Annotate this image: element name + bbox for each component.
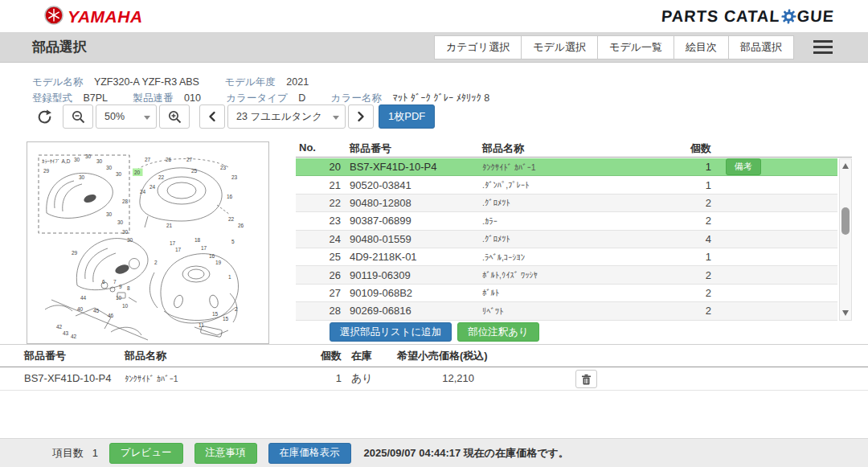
diagram-callout[interactable]: 22 (158, 174, 165, 180)
diagram-callout[interactable]: 15 (212, 311, 219, 317)
diagram-callout[interactable]: 8 (127, 285, 130, 291)
table-row[interactable]: 254D9-2118K-01.ﾗﾍﾞﾙ,ｺｰｼﾖﾝ1 (296, 248, 837, 266)
row-no: 20 (296, 161, 346, 173)
notes-button[interactable]: 注意事項 (194, 443, 257, 464)
diagram-callout[interactable]: 40 (77, 306, 84, 312)
diagram-callout[interactable]: 30 (106, 165, 113, 170)
diagram-callout[interactable]: 5 (231, 239, 235, 244)
stock-price-display-button[interactable]: 在庫価格表示 (268, 443, 351, 464)
diagram-callout[interactable]: 10 (116, 295, 122, 301)
pdf-button[interactable]: 1枚PDF (379, 104, 435, 129)
zoom-out-button[interactable] (63, 104, 93, 129)
row-no: 22 (296, 197, 346, 209)
table-row[interactable]: 20BS7-XF41D-10-P4ﾀﾝｸｻｲﾄﾞ ｶﾊﾞｰ11備考 (296, 158, 837, 176)
col-price: 希望小売価格(税込) (397, 345, 488, 367)
diagram-callout[interactable]: 42 (56, 324, 63, 330)
refresh-button[interactable] (34, 104, 55, 129)
diagram-callout[interactable]: 10 (122, 303, 129, 309)
diagram-callout[interactable]: 19 (215, 260, 222, 265)
diagram-callout[interactable]: 30 (74, 157, 80, 162)
diagram-callout[interactable]: 7 (113, 279, 117, 285)
diagram-callout[interactable]: 44 (80, 295, 87, 301)
diagram-callout[interactable]: 16 (209, 253, 215, 259)
scroll-up-icon[interactable] (842, 163, 849, 169)
table-row[interactable]: 2790109-068B2ﾎﾞﾙﾄ2 (296, 285, 837, 302)
table-row[interactable]: 2290480-12808.ｸﾞﾛﾒﾂﾄ2 (296, 195, 837, 212)
nav-figure-index[interactable]: 絵目次 (674, 35, 729, 59)
diagram-callout[interactable]: 15 (223, 316, 229, 322)
diagram-callout[interactable]: 23 (231, 174, 238, 180)
table-row[interactable]: 2390387-06899.ｶﾗｰ2 (296, 212, 837, 230)
diagram-callout[interactable]: 42 (71, 334, 77, 339)
diagram-callout[interactable]: 20 (134, 170, 141, 175)
diagram-callout[interactable]: 27 (186, 157, 193, 162)
product-seq-label: 製品連番 (133, 92, 174, 104)
table-row[interactable]: 2690119-06309ﾎﾞﾙﾄ,ｳｲｽﾞ ﾜｯｼﾔ2 (296, 266, 837, 284)
diagram-callout[interactable]: 23 (220, 165, 227, 170)
diagram-callout[interactable]: 2 (154, 260, 158, 265)
diagram-callout[interactable]: 30 (96, 158, 103, 164)
color-type-value: D (298, 92, 305, 104)
zoom-in-button[interactable] (159, 104, 190, 129)
selected-part-stock: あり (351, 367, 373, 390)
nav-model-select[interactable]: モデル選択 (521, 35, 598, 59)
diagram-callout[interactable]: 30 (116, 171, 122, 177)
diagram-callout[interactable]: 1 (228, 274, 231, 280)
diagram-callout[interactable]: 24 (140, 189, 146, 195)
diagram-callout[interactable]: 17 (201, 245, 207, 251)
col-stock: 在庫 (351, 345, 372, 367)
diagram-callout[interactable]: 30 (79, 174, 85, 180)
table-row[interactable]: 2190520-03841.ﾀﾞﾝﾊﾟ,ﾌﾟﾚｰﾄ1 (296, 176, 837, 194)
diagram-callout[interactable]: 6 (102, 279, 105, 285)
diagram-callout[interactable]: 18 (194, 237, 201, 243)
diagram-callout[interactable]: 43 (63, 330, 69, 336)
diagram-callout[interactable]: 45 (93, 308, 100, 313)
diagram-callout[interactable]: 30 (127, 237, 133, 243)
diagram-callout[interactable]: 9 (119, 284, 122, 289)
delete-row-button[interactable] (575, 370, 597, 388)
diagram-callout[interactable]: 17 (170, 240, 176, 246)
part-annotation-button[interactable]: 部位注釈あり (457, 322, 539, 342)
table-row[interactable]: 2490480-01559.ｸﾞﾛﾒﾂﾄ4 (296, 231, 837, 248)
diagram-callout[interactable]: 29 (72, 250, 78, 256)
diagram-callout[interactable]: 46 (108, 313, 114, 318)
diagram-callout[interactable]: 11 (199, 322, 204, 328)
section-select[interactable]: 23 フユエルタンク (227, 104, 346, 129)
next-section-button[interactable] (348, 104, 374, 129)
diagram-callout[interactable]: 30 (85, 154, 92, 159)
product-seq-value: 010 (184, 92, 201, 104)
diagram-callout[interactable]: 30 (106, 211, 113, 217)
color-type-label: カラータイプ (226, 92, 287, 104)
parts-diagram[interactable]: ｶﾗｰﾀｲﾌﾟ A,D 2930303030303020272627252323… (27, 141, 269, 344)
diagram-callout[interactable]: 2 (235, 306, 238, 312)
diagram-callout[interactable]: 28 (122, 199, 129, 204)
diagram-callout[interactable]: 24 (149, 184, 156, 190)
diagram-callout[interactable]: 21 (166, 223, 173, 228)
diagram-callout[interactable]: 26 (166, 157, 172, 162)
diagram-callout[interactable]: 16 (227, 194, 233, 199)
scroll-down-icon[interactable] (842, 310, 849, 316)
nav-part-select[interactable]: 部品選択 (728, 35, 794, 59)
nav-model-list[interactable]: モデル一覧 (597, 35, 674, 59)
diagram-callout[interactable]: 30 (117, 219, 124, 225)
nav-category-select[interactable]: カテゴリ選択 (434, 35, 522, 59)
scroll-thumb[interactable] (841, 207, 850, 235)
diagram-callout[interactable]: 29 (43, 168, 50, 174)
diagram-callout[interactable]: 30 (122, 229, 129, 235)
diagram-callout[interactable]: 22 (228, 216, 235, 222)
diagram-callout[interactable]: 27 (145, 157, 151, 162)
table-row[interactable]: 2890269-06816ﾘﾍﾞﾂﾄ2 (296, 302, 837, 320)
zoom-level-select[interactable]: 50% (96, 104, 157, 129)
add-to-selected-list-button[interactable]: 選択部品リストに追加 (330, 322, 452, 342)
prev-section-button[interactable] (199, 104, 225, 129)
diagram-callout[interactable]: 26 (238, 223, 244, 228)
diagram-callout[interactable]: 17 (175, 247, 182, 252)
preview-button[interactable]: プレビュー (109, 443, 183, 464)
remark-button[interactable]: 備考 (726, 158, 761, 175)
table-scrollbar[interactable] (839, 158, 852, 321)
diagram-callout[interactable]: 25 (191, 168, 198, 174)
zoom-level-value: 50% (104, 111, 125, 122)
page-title: 部品選択 (32, 32, 87, 63)
hamburger-menu-icon[interactable] (813, 40, 834, 55)
col-no: No. (296, 141, 346, 157)
